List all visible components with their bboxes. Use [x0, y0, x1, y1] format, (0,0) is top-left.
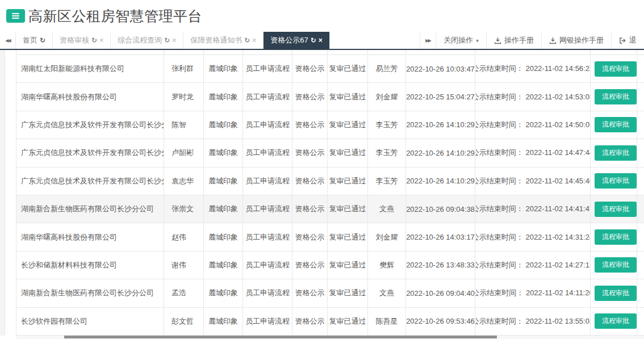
project-cell: 麓城印象 — [204, 252, 243, 279]
end-time-cell: 公示结束时间： 2022-11-02 14:45:40 — [475, 168, 591, 195]
stage-cell: 资格公示 — [292, 308, 328, 335]
menu-toggle-button[interactable] — [6, 9, 25, 23]
apply-time-cell: 2022-10-26 10:03:47 — [406, 55, 475, 82]
applicant-cell: 谢伟 — [164, 252, 204, 279]
process-cell: 员工申请流程 — [243, 168, 292, 195]
scroll-tabs-right-button[interactable]: ▶▶ — [420, 32, 436, 49]
operation-manual-button[interactable]: 操作手册 — [486, 32, 541, 49]
table-row: 长沙和储新材料科技有限公司谢伟麓城印象员工申请流程资格公示复审已通过樊辉2022… — [16, 252, 644, 279]
ghost-cell — [637, 279, 644, 307]
tab-label: 保障资格通知书 — [190, 35, 242, 45]
close-tab-icon[interactable]: × — [172, 36, 176, 44]
project-cell: 麓城印象 — [204, 223, 243, 250]
status-cell: 复审已通过 — [328, 223, 368, 250]
apply-time-cell: 2022-10-26 09:53:46 — [406, 308, 475, 335]
process-cell: 员工申请流程 — [243, 195, 292, 223]
ghost-cell — [637, 50, 644, 55]
process-cell: 员工申请流程 — [243, 111, 292, 139]
close-tab-icon[interactable]: × — [319, 36, 323, 44]
close-tab-icon[interactable]: × — [99, 36, 103, 44]
process-approval-button[interactable]: 流程审批 — [595, 313, 637, 329]
refresh-icon[interactable]: ↻ — [244, 36, 250, 44]
caret-down-icon: ▾ — [476, 37, 479, 44]
tab-4[interactable]: 保障资格通知书↻× — [183, 32, 264, 49]
stage-cell: 资格公示 — [292, 223, 328, 250]
reviewer-cell: 樊辉 — [368, 252, 406, 279]
apply-time-cell: 2022-10-26 14:10:29 — [406, 111, 475, 139]
status-cell: 复审已通过 — [328, 111, 368, 139]
company-cell: 湖南华曙高科技股份有限公司 — [16, 83, 164, 110]
tab-5[interactable]: 资格公示67↻× — [264, 32, 330, 49]
process-cell: 员工申请流程 — [243, 252, 292, 279]
horizontal-scrollbar-thumb[interactable] — [64, 336, 497, 338]
tab-label: 综合流程查询 — [118, 35, 162, 45]
stage-cell: 资格公示 — [292, 279, 328, 307]
action-cell: 流程审批 — [591, 308, 637, 335]
applicant-cell: 张崇文 — [164, 195, 204, 223]
close-operations-menu[interactable]: 关闭操作 ▾ — [436, 32, 486, 49]
end-time-cell: 公示结束时间： 2022-11-02 14:41:47 — [475, 195, 591, 223]
download-icon — [494, 37, 501, 44]
applicant-cell: 卢韶彬 — [164, 139, 204, 166]
project-cell — [204, 50, 243, 55]
ghost-cell — [637, 168, 644, 195]
refresh-icon[interactable]: ↻ — [40, 36, 45, 44]
table-row: 湖南华曙高科技股份有限公司赵伟麓城印象员工申请流程资格公示复审已通过刘金耀202… — [16, 223, 644, 251]
ghost-cell — [637, 195, 644, 223]
refresh-icon[interactable]: ↻ — [164, 36, 170, 44]
project-cell: 麓城印象 — [204, 308, 243, 335]
status-cell: 复审已通过 — [328, 252, 368, 279]
table-row: 湖南华曙高科技股份有限公司罗时龙麓城印象员工申请流程资格公示复审已通过刘金耀20… — [16, 83, 644, 111]
refresh-icon[interactable]: ↻ — [311, 36, 316, 44]
end-time-cell: 公示结束时间： 2022-11-02 14:47:44 — [475, 139, 591, 166]
tab-2[interactable]: 资格审核↻× — [53, 32, 111, 49]
company-cell: 湖南新合新生物医药有限公司长沙分公司 — [16, 279, 164, 307]
action-cell — [591, 50, 637, 55]
applicant-cell: 陈智 — [164, 111, 204, 139]
logout-button[interactable]: 退 — [611, 32, 644, 49]
process-approval-button[interactable]: 流程审批 — [595, 229, 637, 245]
project-cell: 麓城印象 — [204, 279, 243, 307]
download-icon — [549, 37, 557, 44]
project-cell: 麓城印象 — [204, 139, 243, 166]
apply-time-cell: 2022-10-26 09:04:38 — [406, 195, 475, 223]
end-time-cell: 公示结束时间： 2022-11-02 14:50:05 — [475, 111, 591, 139]
process-approval-button[interactable]: 流程审批 — [595, 173, 637, 189]
applicant-cell: 罗时龙 — [164, 83, 204, 110]
action-cell: 流程审批 — [591, 83, 637, 110]
action-cell: 流程审批 — [591, 55, 637, 82]
tab-3[interactable]: 综合流程查询↻× — [111, 32, 183, 49]
process-approval-button[interactable]: 流程审批 — [595, 286, 637, 301]
process-approval-button[interactable]: 流程审批 — [595, 257, 637, 273]
table-row: 湖南新合新生物医药有限公司长沙分公司孟浩麓城印象员工申请流程资格公示复审已通过文… — [16, 279, 644, 307]
end-time-cell: 公示结束时间： 2022-11-02 14:53:08 — [475, 83, 591, 110]
refresh-icon[interactable]: ↻ — [91, 36, 97, 44]
process-approval-button[interactable]: 流程审批 — [595, 89, 637, 104]
applicant-cell: 张利群 — [164, 55, 204, 82]
ebank-manual-button[interactable]: 网银操作手册 — [541, 32, 611, 49]
left-gutter — [0, 50, 5, 336]
tab-label: 首页 — [23, 35, 37, 45]
process-approval-button[interactable]: 流程审批 — [595, 117, 637, 132]
end-time-cell — [475, 50, 591, 55]
process-approval-button[interactable]: 流程审批 — [595, 145, 637, 161]
close-tab-icon[interactable]: × — [252, 36, 256, 44]
tab-1[interactable]: 首页↻ — [16, 32, 53, 49]
process-approval-button[interactable]: 流程审批 — [595, 202, 637, 217]
tab-label: 资格审核 — [60, 35, 89, 45]
tab-list: 首页↻资格审核↻×综合流程查询↻×保障资格通知书↻×资格公示67↻× — [16, 32, 330, 49]
project-cell: 麓城印象 — [204, 111, 243, 139]
ghost-cell — [637, 139, 644, 166]
process-cell — [243, 50, 292, 55]
end-time-cell: 公示结束时间： 2022-11-02 14:56:23 — [475, 55, 591, 82]
status-cell: 复审已通过 — [328, 168, 368, 195]
scroll-tabs-left-button[interactable]: ◀◀ — [0, 32, 16, 49]
process-cell: 员工申请流程 — [243, 139, 292, 166]
action-cell: 流程审批 — [591, 195, 637, 223]
reviewer-cell: 易兰芳 — [368, 55, 406, 82]
process-approval-button[interactable]: 流程审批 — [595, 61, 637, 77]
project-cell: 麓城印象 — [204, 83, 243, 110]
action-cell: 流程审批 — [591, 252, 637, 279]
stage-cell: 资格公示 — [292, 252, 328, 279]
stage-cell: 资格公示 — [292, 55, 328, 82]
